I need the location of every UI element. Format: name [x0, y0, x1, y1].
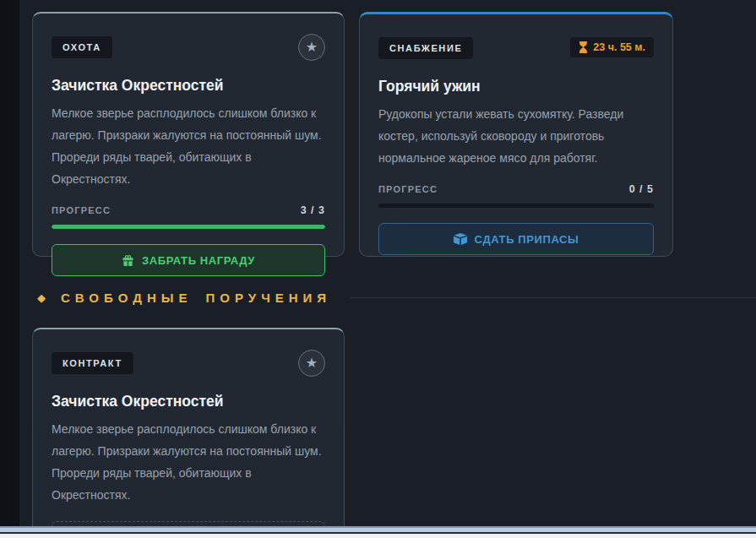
claim-reward-button[interactable]: ЗАБРАТЬ НАГРАДУ — [52, 244, 325, 276]
star-icon: ★ — [306, 356, 318, 371]
star-icon: ★ — [306, 41, 318, 55]
hourglass-icon — [579, 41, 588, 53]
turn-in-supplies-button[interactable]: СДАТЬ ПРИПАСЫ — [378, 223, 654, 255]
left-edge-strip — [0, 0, 19, 538]
quest-card-hunt: ОХОТА ★ Зачистка Окрестностей Мелкое зве… — [32, 12, 345, 257]
quest-card-contract: КОНТРАКТ ★ Зачистка Окрестностей Мелкое … — [32, 328, 345, 538]
progress-bar — [378, 204, 654, 208]
quest-type-badge: ОХОТА — [52, 36, 112, 58]
gift-icon — [122, 254, 134, 267]
quest-description: Мелкое зверье расплодилось слишком близк… — [52, 102, 325, 190]
progress-bar — [52, 225, 325, 229]
progress-bar-fill — [52, 225, 325, 229]
progress-label: ПРОГРЕСС — [378, 184, 438, 194]
button-label: ЗАБРАТЬ НАГРАДУ — [142, 254, 255, 267]
card-top-row: КОНТРАКТ — [52, 352, 325, 374]
progress-row: ПРОГРЕСС 3 / 3 — [52, 204, 325, 216]
favorite-button[interactable]: ★ — [298, 34, 325, 61]
box-icon — [454, 233, 467, 245]
timer-text: 23 ч. 55 м. — [593, 41, 645, 53]
progress-label: ПРОГРЕСС — [52, 205, 111, 215]
quest-type-badge: КОНТРАКТ — [52, 352, 133, 374]
progress-row: ПРОГРЕСС 0 / 5 — [378, 183, 654, 195]
quest-title: Горячий ужин — [378, 78, 654, 95]
card-top-row: ОХОТА — [52, 36, 325, 58]
timer-badge: 23 ч. 55 м. — [570, 37, 654, 57]
quest-title: Зачистка Окрестностей — [52, 393, 325, 410]
quest-board-screen: ОХОТА ★ Зачистка Окрестностей Мелкое зве… — [0, 0, 756, 538]
section-divider — [350, 297, 756, 298]
quest-title: Зачистка Окрестностей — [52, 77, 325, 95]
bottom-edge-white — [0, 534, 756, 538]
progress-value: 3 / 3 — [301, 204, 325, 216]
progress-value: 0 / 5 — [629, 183, 654, 195]
section-header: ◆ СВОБОДНЫЕ ПОРУЧЕНИЯ — [37, 291, 756, 305]
quest-type-badge: СНАБЖЕНИЕ — [378, 37, 473, 59]
favorite-button[interactable]: ★ — [298, 350, 325, 377]
section-title: СВОБОДНЫЕ ПОРУЧЕНИЯ — [61, 291, 331, 305]
quest-description: Рудокопы устали жевать сухомятку. Развед… — [378, 103, 654, 169]
quest-description: Мелкое зверье расплодилось слишком близк… — [52, 418, 325, 506]
card-top-row: СНАБЖЕНИЕ 23 ч. 55 м. — [378, 37, 654, 59]
quest-card-supply: СНАБЖЕНИЕ 23 ч. 55 м. Горячий ужин Рудок… — [359, 12, 673, 257]
diamond-icon: ◆ — [37, 291, 46, 304]
button-label: СДАТЬ ПРИПАСЫ — [475, 233, 579, 246]
